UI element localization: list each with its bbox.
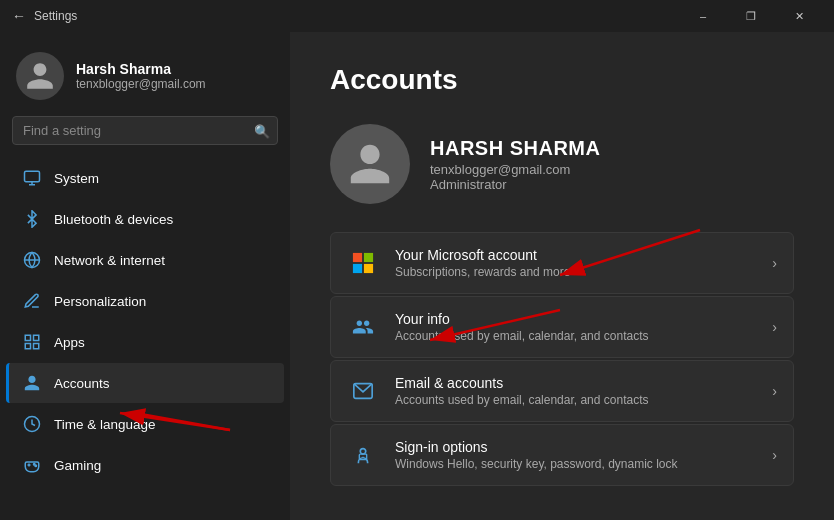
sidebar-item-personalization[interactable]: Personalization [6, 281, 284, 321]
microsoft-account-icon [347, 247, 379, 279]
chevron-right-icon: › [772, 319, 777, 335]
account-role: Administrator [430, 177, 600, 192]
account-card: HARSH SHARMA tenxblogger@gmail.com Admin… [330, 124, 794, 204]
sidebar-item-apps[interactable]: Apps [6, 322, 284, 362]
sidebar-user-email: tenxblogger@gmail.com [76, 77, 206, 91]
sign-in-icon [347, 439, 379, 471]
restore-button[interactable]: ❐ [728, 0, 774, 32]
email-accounts-icon [347, 375, 379, 407]
sidebar-item-label: Time & language [54, 417, 156, 432]
svg-point-10 [35, 465, 37, 467]
sidebar-item-label: Gaming [54, 458, 101, 473]
search-box: 🔍 [12, 116, 278, 145]
personalization-icon [22, 291, 42, 311]
sidebar-user-name: Harsh Sharma [76, 61, 206, 77]
settings-list: Your Microsoft account Subscriptions, re… [330, 232, 794, 486]
minimize-button[interactable]: – [680, 0, 726, 32]
svg-rect-4 [25, 344, 30, 349]
account-email: tenxblogger@gmail.com [430, 162, 600, 177]
settings-item-text: Sign-in options Windows Hello, security … [395, 439, 756, 471]
system-icon [22, 168, 42, 188]
accounts-icon [22, 373, 42, 393]
settings-item-title: Your info [395, 311, 756, 327]
svg-rect-2 [25, 335, 30, 340]
svg-rect-3 [34, 335, 39, 340]
svg-rect-13 [353, 264, 362, 273]
settings-item-your-info[interactable]: Your info Accounts used by email, calend… [330, 296, 794, 358]
chevron-right-icon: › [772, 447, 777, 463]
account-avatar [330, 124, 410, 204]
sidebar-item-label: Network & internet [54, 253, 165, 268]
nav-list: System Bluetooth & devices Network & int… [0, 157, 290, 520]
settings-item-sign-in[interactable]: Sign-in options Windows Hello, security … [330, 424, 794, 486]
sidebar: Harsh Sharma tenxblogger@gmail.com 🔍 Sys… [0, 32, 290, 520]
user-profile[interactable]: Harsh Sharma tenxblogger@gmail.com [0, 40, 290, 116]
search-input[interactable] [12, 116, 278, 145]
title-bar-title: Settings [34, 9, 77, 23]
sidebar-item-gaming[interactable]: Gaming [6, 445, 284, 485]
window-controls: – ❐ ✕ [680, 0, 822, 32]
app-body: Harsh Sharma tenxblogger@gmail.com 🔍 Sys… [0, 32, 834, 520]
sidebar-item-time[interactable]: Time & language [6, 404, 284, 444]
svg-rect-12 [364, 253, 373, 262]
sidebar-item-bluetooth[interactable]: Bluetooth & devices [6, 199, 284, 239]
user-avatar [16, 52, 64, 100]
sidebar-item-label: Personalization [54, 294, 146, 309]
close-button[interactable]: ✕ [776, 0, 822, 32]
bluetooth-icon [22, 209, 42, 229]
settings-item-microsoft-account[interactable]: Your Microsoft account Subscriptions, re… [330, 232, 794, 294]
user-info: Harsh Sharma tenxblogger@gmail.com [76, 61, 206, 91]
settings-item-email-accounts[interactable]: Email & accounts Accounts used by email,… [330, 360, 794, 422]
network-icon [22, 250, 42, 270]
sidebar-item-system[interactable]: System [6, 158, 284, 198]
svg-rect-0 [25, 171, 40, 182]
svg-point-16 [360, 449, 366, 455]
settings-item-desc: Subscriptions, rewards and more [395, 265, 756, 279]
settings-item-title: Your Microsoft account [395, 247, 756, 263]
gaming-icon [22, 455, 42, 475]
content-area: Accounts HARSH SHARMA tenxblogger@gmail.… [290, 32, 834, 520]
settings-item-text: Your info Accounts used by email, calend… [395, 311, 756, 343]
sidebar-item-network[interactable]: Network & internet [6, 240, 284, 280]
settings-item-desc: Accounts used by email, calendar, and co… [395, 329, 756, 343]
svg-rect-14 [364, 264, 373, 273]
sidebar-item-label: Accounts [54, 376, 110, 391]
time-icon [22, 414, 42, 434]
sidebar-item-label: System [54, 171, 99, 186]
settings-item-title: Sign-in options [395, 439, 756, 455]
settings-item-text: Email & accounts Accounts used by email,… [395, 375, 756, 407]
sidebar-item-label: Bluetooth & devices [54, 212, 173, 227]
svg-rect-11 [353, 253, 362, 262]
settings-item-desc: Accounts used by email, calendar, and co… [395, 393, 756, 407]
search-button[interactable]: 🔍 [254, 123, 270, 138]
chevron-right-icon: › [772, 255, 777, 271]
settings-item-text: Your Microsoft account Subscriptions, re… [395, 247, 756, 279]
settings-item-title: Email & accounts [395, 375, 756, 391]
sidebar-item-accounts[interactable]: Accounts [6, 363, 284, 403]
chevron-right-icon: › [772, 383, 777, 399]
account-info: HARSH SHARMA tenxblogger@gmail.com Admin… [430, 137, 600, 192]
sidebar-item-label: Apps [54, 335, 85, 350]
apps-icon [22, 332, 42, 352]
back-icon[interactable]: ← [12, 8, 26, 24]
your-info-icon [347, 311, 379, 343]
settings-item-desc: Windows Hello, security key, password, d… [395, 457, 756, 471]
title-bar: ← Settings – ❐ ✕ [0, 0, 834, 32]
account-name: HARSH SHARMA [430, 137, 600, 160]
page-title: Accounts [330, 64, 794, 96]
svg-rect-5 [34, 344, 39, 349]
